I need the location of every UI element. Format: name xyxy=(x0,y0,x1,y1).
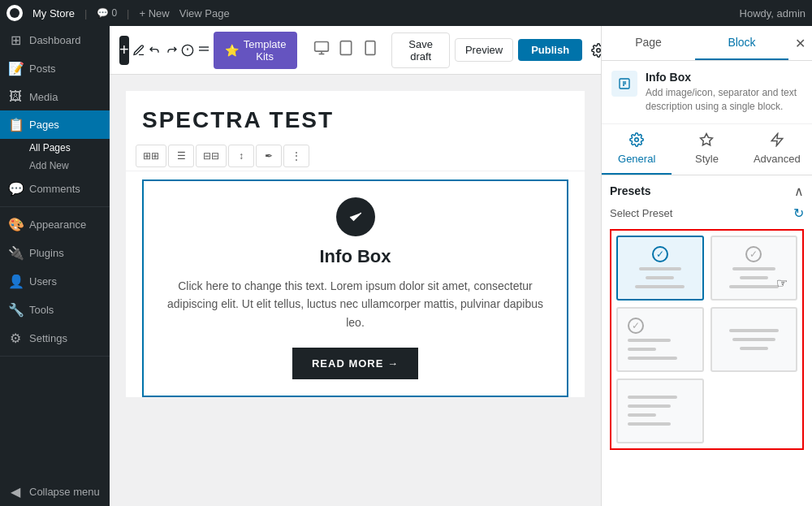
svg-rect-10 xyxy=(366,41,376,55)
appearance-icon: 🎨 xyxy=(8,217,23,232)
preset-card-1[interactable]: ✓ xyxy=(616,236,704,301)
admin-bar-new[interactable]: + New xyxy=(139,7,169,19)
tools-icon: 🔧 xyxy=(8,302,23,318)
editor-settings-button[interactable] xyxy=(587,36,601,65)
block-move-btn[interactable]: ↕ xyxy=(228,145,254,167)
page-title: SPECTRA TEST xyxy=(126,91,585,141)
preset-3-icon: ✓ xyxy=(628,318,644,334)
collapse-icon: ◀ xyxy=(8,484,23,500)
info-button[interactable] xyxy=(181,36,194,65)
tab-block[interactable]: Block xyxy=(695,26,788,60)
svg-point-17 xyxy=(635,137,639,141)
info-box-block[interactable]: Info Box Click here to change this text.… xyxy=(142,179,568,397)
svg-marker-18 xyxy=(771,133,783,145)
tablet-view-button[interactable] xyxy=(335,37,357,63)
sidebar-item-tools[interactable]: 🔧 Tools xyxy=(0,296,110,324)
device-switcher xyxy=(310,37,382,63)
posts-icon: 📝 xyxy=(8,61,23,76)
block-info-title: Info Box xyxy=(646,71,802,84)
main-container: ⊞ Dashboard 📝 Posts 🖼 Media 📋 Pages All … xyxy=(0,26,812,506)
block-info-section: Info Box Add image/icon, separator and t… xyxy=(602,61,812,124)
editor-column: + ⭐ Template Kits xyxy=(110,26,601,506)
redo-button[interactable] xyxy=(165,36,178,65)
svg-rect-5 xyxy=(315,42,329,52)
publish-button[interactable]: Publish xyxy=(518,39,582,61)
advanced-icon xyxy=(770,132,784,151)
preset-2-icon: ✓ xyxy=(745,246,762,262)
select-preset-label: Select Preset xyxy=(610,207,672,219)
preset-card-2[interactable]: ✓ ☞ xyxy=(710,236,798,301)
dashboard-icon: ⊞ xyxy=(8,32,23,48)
select-preset-row: Select Preset ↻ xyxy=(610,205,804,221)
admin-bar: My Store | 💬 0 | + New View Page Howdy, … xyxy=(0,0,812,26)
block-grid-btn[interactable]: ⊟⊟ xyxy=(196,145,227,167)
sidebar-item-appearance[interactable]: 🎨 Appearance xyxy=(0,210,110,239)
sidebar-item-posts[interactable]: 📝 Posts xyxy=(0,54,110,83)
svg-rect-8 xyxy=(341,41,352,55)
block-info-icon xyxy=(611,71,637,97)
info-box-icon xyxy=(336,197,375,236)
save-draft-button[interactable]: Save draft xyxy=(391,32,449,68)
sidebar: ⊞ Dashboard 📝 Posts 🖼 Media 📋 Pages All … xyxy=(0,26,110,506)
preset-card-3[interactable]: ✓ xyxy=(616,307,704,372)
sidebar-item-users[interactable]: 👤 Users xyxy=(0,267,110,296)
tab-style[interactable]: Style xyxy=(672,124,741,175)
sidebar-divider-2 xyxy=(0,356,110,357)
admin-bar-howdy: Howdy, admin xyxy=(740,7,806,19)
toolbar-actions: Save draft Preview Publish A ⋮ xyxy=(391,32,601,68)
sidebar-item-settings[interactable]: ⚙ Settings xyxy=(0,324,110,352)
editor-canvas: SPECTRA TEST ⊞⊞ ☰ ⊟⊟ ↕ ✒ ⋮ Info Box Cl xyxy=(126,91,585,397)
presets-collapse-button[interactable]: ∧ xyxy=(794,184,804,199)
pen-tool-button[interactable] xyxy=(132,36,145,65)
block-layout-btn[interactable]: ⊞⊞ xyxy=(136,145,166,167)
sidebar-item-plugins[interactable]: 🔌 Plugins xyxy=(0,239,110,267)
preset-refresh-button[interactable]: ↻ xyxy=(793,205,804,221)
sidebar-collapse[interactable]: ◀ Collapse menu xyxy=(0,478,110,506)
block-content-btn[interactable]: ☰ xyxy=(168,145,194,167)
tab-page[interactable]: Page xyxy=(602,26,695,60)
editor-area: SPECTRA TEST ⊞⊞ ☰ ⊟⊟ ↕ ✒ ⋮ Info Box Cl xyxy=(110,75,601,506)
sidebar-item-media[interactable]: 🖼 Media xyxy=(0,83,110,110)
tab-advanced[interactable]: Advanced xyxy=(742,124,812,175)
sidebar-item-comments[interactable]: 💬 Comments xyxy=(0,175,110,203)
plugins-icon: 🔌 xyxy=(8,245,23,261)
users-icon: 👤 xyxy=(8,274,23,289)
block-info-desc: Add image/icon, separator and text descr… xyxy=(646,86,802,114)
media-icon: 🖼 xyxy=(8,89,23,104)
sidebar-sub-all-pages[interactable]: All Pages xyxy=(0,139,110,157)
block-more-btn[interactable]: ⋮ xyxy=(283,145,309,167)
sidebar-item-pages[interactable]: 📋 Pages xyxy=(0,110,110,139)
comments-bubble[interactable]: 💬 0 xyxy=(97,7,117,19)
panel-close-button[interactable]: ✕ xyxy=(788,29,812,58)
undo-button[interactable] xyxy=(149,36,162,65)
right-panel: Page Block ✕ Info Box Add image/icon, se… xyxy=(601,26,812,506)
admin-bar-view-page[interactable]: View Page xyxy=(179,7,230,19)
desktop-view-button[interactable] xyxy=(310,37,333,63)
svg-point-12 xyxy=(597,48,601,52)
info-box-read-more-button[interactable]: READ MORE → xyxy=(292,348,418,379)
mobile-view-button[interactable] xyxy=(359,37,382,63)
cursor-icon: ☞ xyxy=(776,275,788,291)
presets-title: Presets xyxy=(610,184,651,197)
template-kits-button[interactable]: ⭐ Template Kits xyxy=(214,32,298,69)
preset-card-5[interactable] xyxy=(616,378,704,443)
block-style-btn[interactable]: ✒ xyxy=(256,145,282,167)
wp-logo[interactable] xyxy=(6,5,23,21)
pages-icon: 📋 xyxy=(8,117,23,132)
add-block-button[interactable]: + xyxy=(119,36,129,65)
style-icon xyxy=(699,132,714,151)
presets-section: Presets ∧ Select Preset ↻ ✓ ✓ xyxy=(602,175,812,506)
section-tabs: General Style Advanced xyxy=(602,124,812,175)
sidebar-item-dashboard[interactable]: ⊞ Dashboard xyxy=(0,26,110,54)
sidebar-sub-add-new[interactable]: Add New xyxy=(0,157,110,175)
preview-button[interactable]: Preview xyxy=(455,38,513,62)
editor-toolbar: + ⭐ Template Kits xyxy=(110,26,601,75)
menu-button[interactable] xyxy=(197,36,210,65)
tab-general[interactable]: General xyxy=(602,124,672,175)
comments-icon: 💬 xyxy=(8,181,23,197)
preset-card-4[interactable] xyxy=(710,307,798,372)
site-name[interactable]: My Store xyxy=(32,7,75,19)
presets-header: Presets ∧ xyxy=(610,184,804,199)
presets-grid: ✓ ✓ ☞ ✓ xyxy=(610,229,804,450)
info-box-title: Info Box xyxy=(160,246,551,267)
